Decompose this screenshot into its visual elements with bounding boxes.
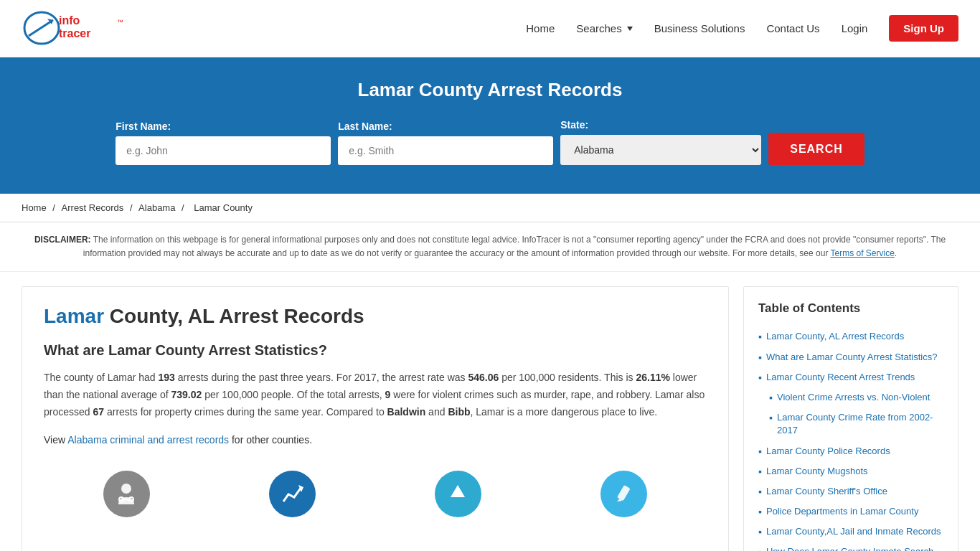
- ref-baldwin: Baldwin: [387, 406, 426, 418]
- toc-sidebar: Table of Contents Lamar County, AL Arres…: [743, 286, 958, 551]
- toc-item: Lamar County Crime Rate from 2002-2017: [769, 411, 943, 437]
- disclaimer-period: .: [895, 248, 897, 258]
- stat-67: 67: [93, 406, 104, 418]
- alabama-records-link[interactable]: Alabama criminal and arrest records: [67, 434, 229, 446]
- section1-heading: What are Lamar County Arrest Statistics?: [44, 342, 707, 359]
- trend-icon: [269, 471, 316, 517]
- toc-link[interactable]: Police Departments in Lamar County: [766, 505, 918, 518]
- breadcrumb-alabama[interactable]: Alabama: [138, 202, 175, 213]
- toc-link[interactable]: Lamar County Recent Arrest Trends: [766, 371, 915, 384]
- svg-rect-12: [617, 485, 631, 501]
- toc-link[interactable]: Lamar County Sheriff's Office: [766, 485, 887, 498]
- breadcrumb-sep-3: /: [182, 202, 187, 213]
- svg-line-1: [29, 20, 53, 36]
- view-link-wrapper: View Alabama criminal and arrest records…: [44, 434, 312, 446]
- stat-546: 546.06: [468, 372, 499, 383]
- icon-pen: [595, 471, 653, 517]
- toc-item: Violent Crime Arrests vs. Non-Violent: [769, 391, 943, 404]
- ref-bibb: Bibb: [448, 406, 470, 418]
- disclaimer-body: The information on this webpage is for g…: [83, 235, 946, 258]
- last-name-input[interactable]: [338, 136, 553, 165]
- hero-title: Lamar County Arrest Records: [22, 79, 958, 101]
- article-heading-highlight: Lamar: [44, 305, 104, 327]
- svg-text:info: info: [59, 14, 80, 27]
- logo-area: info tracer ™: [22, 9, 136, 48]
- nav-home[interactable]: Home: [526, 22, 555, 34]
- toc-link[interactable]: Violent Crime Arrests vs. Non-Violent: [777, 391, 930, 404]
- toc-link[interactable]: What are Lamar County Arrest Statistics?: [766, 351, 937, 364]
- svg-marker-11: [451, 485, 465, 497]
- stats-paragraph: The county of Lamar had 193 arrests duri…: [44, 369, 707, 420]
- toc-item: How Does Lamar County Inmate Search Work…: [758, 545, 943, 551]
- first-name-label: First Name:: [116, 121, 331, 132]
- main-content-area: Lamar County, AL Arrest Records What are…: [0, 272, 980, 551]
- state-select[interactable]: AlabamaAlaskaArizonaArkansasCaliforniaCo…: [560, 135, 761, 165]
- icon-arrest: [98, 471, 156, 517]
- nav-searches[interactable]: Searches: [576, 22, 632, 34]
- svg-point-6: [121, 484, 131, 494]
- nav-login[interactable]: Login: [842, 22, 868, 34]
- toc-link[interactable]: How Does Lamar County Inmate Search Work…: [766, 545, 943, 551]
- toc-title: Table of Contents: [758, 301, 943, 319]
- disclaimer-label: DISCLAIMER:: [34, 235, 91, 245]
- svg-text:tracer: tracer: [59, 27, 90, 39]
- toc-item: Lamar County Mugshots: [758, 465, 943, 478]
- breadcrumb-lamar-county: Lamar County: [194, 202, 253, 213]
- breadcrumb-arrest-records[interactable]: Arrest Records: [62, 202, 124, 213]
- breadcrumb-sep-2: /: [130, 202, 135, 213]
- last-name-label: Last Name:: [338, 121, 553, 132]
- toc-link[interactable]: Lamar County,AL Jail and Inmate Records: [766, 525, 941, 538]
- stat-739: 739.02: [171, 389, 202, 400]
- toc-link[interactable]: Lamar County, AL Arrest Records: [766, 330, 904, 343]
- toc-item: Lamar County Police Records: [758, 445, 943, 458]
- toc-link[interactable]: Lamar County Police Records: [766, 445, 890, 458]
- article-heading-rest: County, AL Arrest Records: [104, 305, 364, 327]
- hero-banner: Lamar County Arrest Records First Name: …: [0, 57, 980, 194]
- toc-item: Lamar County Sheriff's Office: [758, 485, 943, 498]
- disclaimer-text: DISCLAIMER: The information on this webp…: [22, 233, 958, 260]
- toc-item: Lamar County, AL Arrest Records: [758, 330, 943, 343]
- logo-svg: info tracer ™: [22, 9, 136, 48]
- breadcrumb-sep-1: /: [52, 202, 57, 213]
- view-link-paragraph: View Alabama criminal and arrest records…: [44, 432, 707, 449]
- toc-item: What are Lamar County Arrest Statistics?: [758, 351, 943, 364]
- site-header: info tracer ™ Home Searches Business Sol…: [0, 0, 980, 57]
- icon-scroll: [430, 471, 487, 517]
- search-form: First Name: Last Name: State: AlabamaAla…: [22, 119, 958, 165]
- searches-chevron-icon: [627, 27, 633, 31]
- last-name-group: Last Name:: [338, 121, 553, 165]
- article-heading: Lamar County, AL Arrest Records: [44, 305, 707, 328]
- state-group: State: AlabamaAlaskaArizonaArkansasCalif…: [560, 119, 761, 165]
- first-name-group: First Name:: [116, 121, 331, 165]
- terms-of-service-link[interactable]: Terms of Service: [831, 248, 895, 258]
- first-name-input[interactable]: [116, 136, 331, 165]
- arrest-icon: [103, 471, 150, 517]
- stat-193: 193: [159, 372, 175, 383]
- svg-text:™: ™: [117, 19, 123, 26]
- stat-2611: 26.11%: [636, 372, 669, 383]
- toc-item: Lamar County Recent Arrest Trends: [758, 371, 943, 384]
- scroll-up-icon: [435, 471, 481, 517]
- icon-trend: [264, 471, 321, 517]
- toc-item: Police Departments in Lamar County: [758, 505, 943, 518]
- state-label: State:: [560, 119, 761, 131]
- main-nav: Home Searches Business Solutions Contact…: [526, 15, 958, 42]
- nav-contact[interactable]: Contact Us: [766, 22, 819, 34]
- toc-link[interactable]: Lamar County Mugshots: [766, 465, 868, 478]
- toc-list: Lamar County, AL Arrest RecordsWhat are …: [758, 330, 943, 551]
- toc-item: Lamar County,AL Jail and Inmate Records: [758, 525, 943, 538]
- breadcrumb: Home / Arrest Records / Alabama / Lamar …: [0, 194, 980, 222]
- disclaimer-bar: DISCLAIMER: The information on this webp…: [0, 222, 980, 272]
- nav-business[interactable]: Business Solutions: [654, 22, 745, 34]
- signup-button[interactable]: Sign Up: [889, 15, 958, 42]
- search-button[interactable]: SEARCH: [768, 133, 864, 165]
- toc-link[interactable]: Lamar County Crime Rate from 2002-2017: [777, 411, 943, 437]
- icons-row: [44, 463, 707, 517]
- pen-icon: [600, 471, 647, 517]
- breadcrumb-home[interactable]: Home: [22, 202, 47, 213]
- article-content: Lamar County, AL Arrest Records What are…: [22, 286, 729, 551]
